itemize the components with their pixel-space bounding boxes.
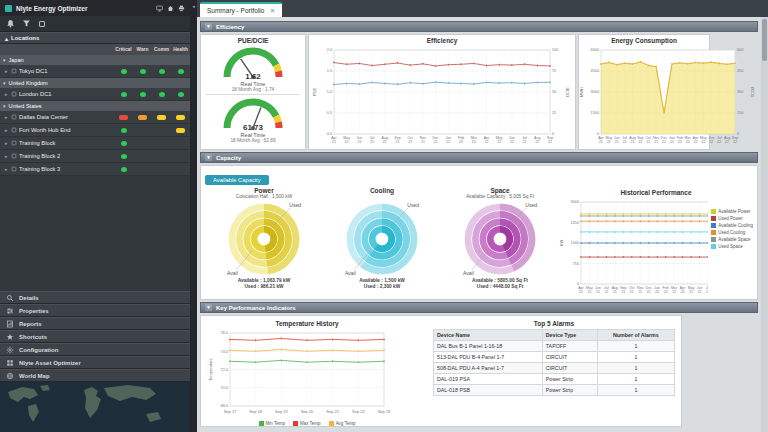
section-capacity-header[interactable]: ▾ Capacity xyxy=(200,152,758,163)
building-icon xyxy=(11,127,17,133)
scrollbar-thumb[interactable] xyxy=(762,19,767,61)
monitor-icon[interactable] xyxy=(156,5,163,12)
svg-text:Jun21: Jun21 xyxy=(614,136,620,144)
available-capacity-button[interactable]: Available Capacity xyxy=(205,175,269,185)
section-efficiency-header[interactable]: ▾ Efficiency xyxy=(200,21,758,32)
location-group-us[interactable]: ▾United States xyxy=(0,101,190,111)
cooling-donut: UsedAvail xyxy=(343,200,421,278)
tab-close-icon[interactable]: × xyxy=(270,7,274,14)
svg-text:Mar22: Mar22 xyxy=(671,286,678,294)
tab-summary-portfolio[interactable]: Summary - Portfolio × xyxy=(200,2,282,17)
locations-header[interactable]: ▴ Locations xyxy=(0,32,190,44)
tab-bar: Summary - Portfolio × xyxy=(197,0,768,17)
world-map-preview[interactable] xyxy=(0,382,190,432)
svg-text:76.0: 76.0 xyxy=(221,331,228,335)
print-icon[interactable] xyxy=(178,5,185,12)
top-alarms-group: Top 5 Alarms Device Name Device Type Num… xyxy=(433,318,675,424)
svg-text:Aug21: Aug21 xyxy=(629,136,635,144)
svg-text:Jun22: Jun22 xyxy=(697,286,703,294)
svg-text:Jan22: Jan22 xyxy=(669,136,675,144)
location-row-training-block[interactable]: ▸ Training Block xyxy=(0,137,190,150)
alarm-row[interactable]: 508-DAL PDU A-4 Panel 1-7CIRCUIT1 xyxy=(434,363,675,374)
status-dot xyxy=(140,92,146,97)
accordion-shortcuts[interactable]: Shortcuts xyxy=(0,330,190,343)
svg-text:1500: 1500 xyxy=(571,241,579,245)
alarm-row[interactable]: DAL-018 PSBPower Strip1 xyxy=(434,385,675,396)
svg-text:Feb22: Feb22 xyxy=(663,286,669,294)
location-row-training-block-3[interactable]: ▸ Training Block 3 xyxy=(0,163,190,176)
svg-text:Feb22: Feb22 xyxy=(677,136,683,144)
svg-text:Sep 19: Sep 19 xyxy=(275,409,288,414)
space-donut: UsedAvail xyxy=(461,200,539,278)
accordion-configuration[interactable]: Configuration xyxy=(0,343,190,356)
svg-text:Apr22: Apr22 xyxy=(484,136,490,144)
collapse-section-icon[interactable]: ▾ xyxy=(205,304,212,311)
energy-chart-panel: Energy Consumption 001500150300030045004… xyxy=(578,34,710,150)
location-row-london-dc1[interactable]: ▸ London DC1 xyxy=(0,88,190,101)
status-dot xyxy=(121,128,127,133)
location-row-training-block-2[interactable]: ▸ Training Block 2 xyxy=(0,150,190,163)
location-group-japan[interactable]: ▾Japan xyxy=(0,55,190,65)
sidebar-toolbar xyxy=(0,16,190,32)
svg-text:Apr22: Apr22 xyxy=(680,286,686,294)
capacity-row: Power Colocation Hall : 1,500 kW UsedAva… xyxy=(205,187,753,297)
collapse-sidebar-icon[interactable]: ◂ xyxy=(192,0,195,9)
locations-column-headers: Critical Warn Comm Health xyxy=(0,44,190,55)
report-icon xyxy=(6,320,14,328)
status-dot xyxy=(178,69,184,74)
alarm-bell-icon[interactable] xyxy=(6,19,15,28)
location-group-uk[interactable]: ▾United Kingdom xyxy=(0,78,190,88)
accordion-nlyte-asset-optimizer[interactable]: Nlyte Asset Optimizer xyxy=(0,356,190,369)
alarm-row[interactable]: DAL-019 PSAPower Strip1 xyxy=(434,374,675,385)
svg-text:Used: Used xyxy=(407,202,419,208)
alarm-row[interactable]: 513-DAL PDU B-4 Panel 1-7CIRCUIT1 xyxy=(434,352,675,363)
power-donut-group: Power Colocation Hall : 1,500 kW UsedAva… xyxy=(205,187,323,291)
svg-text:Temperature: Temperature xyxy=(208,358,213,381)
locations-tree: ▾Japan ▸ Tokyo DC1 ▾United Kingdom ▸ Lon… xyxy=(0,55,190,291)
svg-text:72.0: 72.0 xyxy=(221,368,228,372)
asset-cube-icon[interactable] xyxy=(38,20,46,28)
accordion-details[interactable]: Details xyxy=(0,291,190,304)
status-dot xyxy=(176,115,185,120)
search-icon xyxy=(6,294,14,302)
scrollbar-track[interactable] xyxy=(761,17,768,432)
accordion-reports[interactable]: Reports xyxy=(0,317,190,330)
sliders-icon xyxy=(6,307,14,315)
filter-icon[interactable] xyxy=(22,19,31,28)
status-dot xyxy=(140,69,146,74)
collapse-section-icon[interactable]: ▾ xyxy=(205,23,212,30)
grid-icon xyxy=(6,359,14,367)
svg-text:May22: May22 xyxy=(700,136,707,144)
svg-text:Mar22: Mar22 xyxy=(471,136,478,144)
location-row-fort-worth[interactable]: ▸ Fort Worth Hub End xyxy=(0,124,190,137)
accordion-properties[interactable]: Properties xyxy=(0,304,190,317)
gauge-panel-title: PUE/DCIE xyxy=(238,37,269,44)
svg-text:KW: KW xyxy=(559,240,564,247)
globe-icon xyxy=(6,372,14,380)
svg-text:Dec21: Dec21 xyxy=(432,136,439,144)
svg-text:2.0: 2.0 xyxy=(327,48,332,52)
location-row-dallas[interactable]: ▸ Dallas Data Center xyxy=(0,111,190,124)
space-donut-group: Space Available Capacity : 5,005 Sq Ft U… xyxy=(441,187,559,291)
sidebar-splitter[interactable]: ◂ xyxy=(190,0,197,432)
building-icon xyxy=(11,140,17,146)
main-area: Summary - Portfolio × ▾ Efficiency PUE/D… xyxy=(197,0,768,432)
power-donut: UsedAvail xyxy=(225,200,303,278)
alarm-row[interactable]: DAL Bus B-1 Panel 1-16-18TAPOFF1 xyxy=(434,341,675,352)
app-logo-icon xyxy=(5,5,12,12)
sidebar: Nlyte Energy Optimizer ▴ Locations Criti… xyxy=(0,0,190,432)
status-dot xyxy=(138,115,147,120)
collapse-section-icon[interactable]: ▾ xyxy=(205,154,212,161)
section-kpi-header[interactable]: ▾ Key Performance Indicators xyxy=(200,302,758,313)
svg-text:Oct21: Oct21 xyxy=(629,286,635,294)
location-row-tokyo-dc1[interactable]: ▸ Tokyo DC1 xyxy=(0,65,190,78)
status-dot xyxy=(159,69,165,74)
home-icon[interactable] xyxy=(167,5,174,12)
svg-text:Apr21: Apr21 xyxy=(331,136,337,144)
status-dot xyxy=(159,92,165,97)
historical-performance-group: Historical Performance 00750175015003500… xyxy=(559,187,753,297)
svg-text:Aug21: Aug21 xyxy=(612,286,618,294)
accordion-world-map[interactable]: World Map xyxy=(0,369,190,382)
svg-text:75: 75 xyxy=(552,69,556,73)
svg-text:Aug22: Aug22 xyxy=(534,136,540,144)
